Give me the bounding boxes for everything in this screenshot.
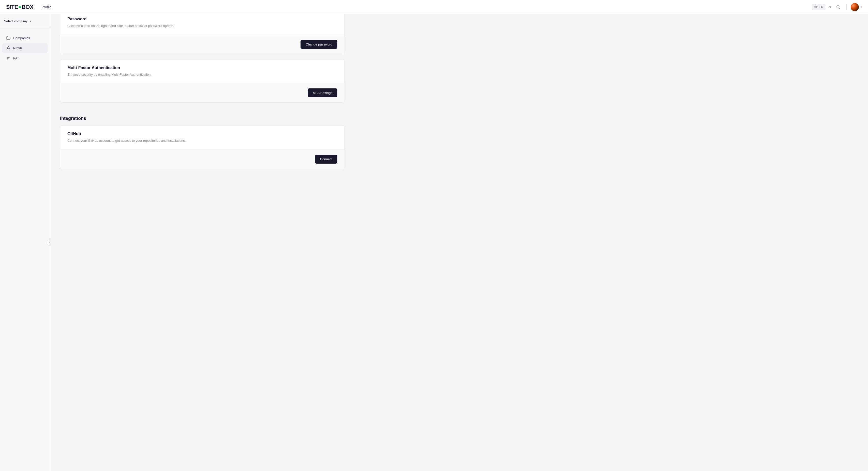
- select-company-dropdown[interactable]: Select company ▾: [0, 14, 50, 29]
- mfa-description: Enhance security by enabling Multi-Facto…: [67, 72, 337, 77]
- mfa-settings-button[interactable]: MFA Settings: [308, 89, 337, 97]
- mfa-card: Multi-Factor Authentication Enhance secu…: [60, 59, 345, 103]
- integrations-section-label: Integrations: [60, 108, 345, 125]
- user-avatar-container[interactable]: ▾: [851, 3, 862, 11]
- search-button[interactable]: [834, 3, 842, 11]
- body-container: Select company ▾ Companies: [0, 14, 868, 471]
- search-icon: [836, 5, 840, 9]
- select-company-label: Select company: [4, 19, 28, 23]
- github-title: GitHub: [67, 132, 337, 136]
- select-company-chevron-icon: ▾: [30, 20, 31, 23]
- change-password-button[interactable]: Change password: [301, 40, 337, 49]
- password-card: Password Click the button on the right h…: [60, 14, 345, 54]
- sidebar-item-profile[interactable]: Profile: [2, 43, 48, 53]
- user-icon: [6, 46, 11, 50]
- pat-label: PAT: [13, 57, 19, 60]
- nav-list: Companies Profile: [0, 29, 50, 471]
- companies-label: Companies: [13, 36, 30, 40]
- content-inner: Password Click the button on the right h…: [50, 14, 355, 179]
- logo: SITE BOX: [6, 4, 33, 10]
- header-left: SITE BOX Profile: [6, 4, 52, 10]
- keyboard-shortcut: ⌘ + K: [812, 4, 825, 10]
- kbd-plus: +: [818, 5, 820, 9]
- sidebar-item-companies[interactable]: Companies: [2, 33, 48, 43]
- logo-dot: [19, 6, 21, 8]
- connect-github-button[interactable]: Connect: [315, 155, 337, 164]
- header-nav-profile: Profile: [41, 5, 52, 9]
- github-card-top: GitHub Connect your GitHub account to ge…: [60, 126, 344, 149]
- folder-icon: [6, 36, 11, 40]
- password-title: Password: [67, 17, 337, 21]
- header-divider: [846, 4, 847, 10]
- collapse-icon: ‹: [49, 241, 50, 244]
- github-description: Connect your GitHub account to get acces…: [67, 138, 337, 143]
- github-card-bottom: Connect: [60, 149, 344, 169]
- profile-label: Profile: [13, 46, 23, 50]
- password-card-top: Password Click the button on the right h…: [60, 14, 344, 35]
- password-card-bottom: Change password: [60, 35, 344, 54]
- svg-point-2: [8, 47, 9, 48]
- mfa-title: Multi-Factor Authentication: [67, 66, 337, 70]
- mfa-card-bottom: MFA Settings: [60, 83, 344, 102]
- mfa-card-top: Multi-Factor Authentication Enhance secu…: [60, 60, 344, 83]
- header-right: ⌘ + K or ▾: [812, 3, 862, 11]
- avatar-chevron-icon: ▾: [860, 5, 862, 9]
- kbd-k: K: [821, 5, 823, 9]
- github-card: GitHub Connect your GitHub account to ge…: [60, 125, 345, 169]
- password-description: Click the button on the right hand side …: [67, 23, 337, 29]
- avatar-image: [851, 3, 859, 11]
- header: SITE BOX Profile ⌘ + K or: [0, 0, 868, 14]
- sidebar: Select company ▾ Companies: [0, 14, 50, 471]
- logo-site-text: SITE: [6, 4, 18, 10]
- svg-line-1: [839, 8, 840, 9]
- app-container: SITE BOX Profile ⌘ + K or: [0, 0, 868, 471]
- logo-box-text: BOX: [22, 4, 33, 10]
- pat-icon: [6, 56, 11, 61]
- avatar: [851, 3, 859, 11]
- kbd-cmd: ⌘: [814, 5, 817, 9]
- main-content: Password Click the button on the right h…: [50, 14, 868, 471]
- sidebar-item-pat[interactable]: PAT: [2, 53, 48, 63]
- kbd-or-text: or: [828, 5, 831, 9]
